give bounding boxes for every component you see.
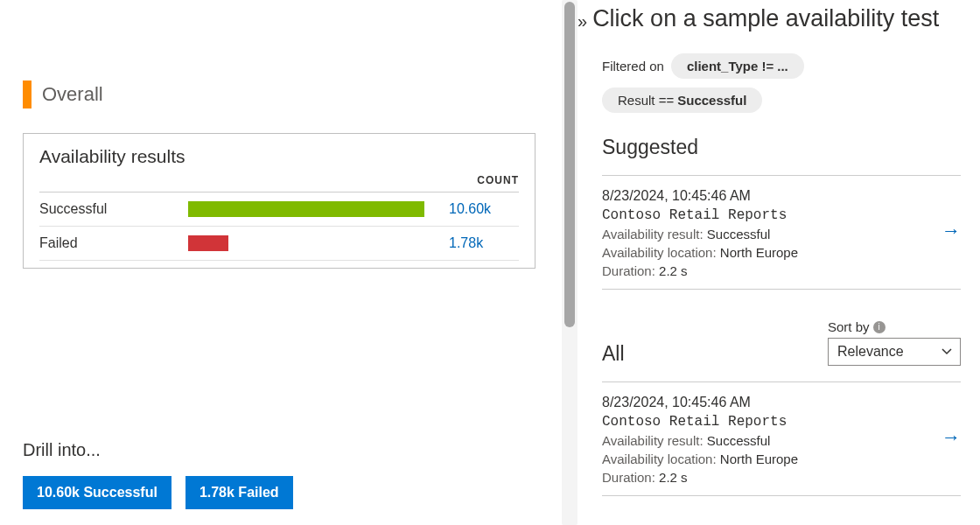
count-column-header: COUNT <box>39 171 519 192</box>
sort-by-value: Relevance <box>837 344 904 359</box>
kv-label: Availability result: <box>602 433 704 448</box>
kv-label: Duration: <box>602 263 655 278</box>
sample-timestamp: 8/23/2024, 10:45:46 AM <box>602 188 961 204</box>
sample-item[interactable]: 8/23/2024, 10:45:46 AM Contoso Retail Re… <box>602 175 961 290</box>
card-title: Availability results <box>39 146 519 167</box>
sample-test-name: Contoso Retail Reports <box>602 207 961 223</box>
row-label: Failed <box>39 235 188 251</box>
filter-pill-text: client_Type != <box>687 59 774 74</box>
filter-pill-client-type[interactable]: client_Type != ... <box>671 53 804 79</box>
sort-by-select[interactable]: Relevance <box>828 338 961 366</box>
sort-by-label: Sort by i <box>828 319 886 334</box>
row-label: Successful <box>39 201 188 217</box>
result-row-successful[interactable]: Successful 10.60k <box>39 192 519 227</box>
bar-failed <box>188 235 228 251</box>
overall-header: Overall <box>23 80 569 108</box>
sample-timestamp: 8/23/2024, 10:45:46 AM <box>602 395 961 410</box>
overall-label: Overall <box>42 83 103 106</box>
row-count[interactable]: 10.60k <box>435 201 519 217</box>
filter-row: Result == Successful <box>602 88 961 113</box>
kv-label: Availability result: <box>602 227 704 242</box>
arrow-right-icon[interactable]: → <box>942 220 961 242</box>
drill-title: Drill into... <box>23 440 293 460</box>
all-section-header: All Sort by i Relevance <box>602 319 961 366</box>
filter-pill-text: Successful <box>677 93 746 108</box>
accent-bar <box>23 80 32 108</box>
kv-value: 2.2 s <box>659 263 688 278</box>
bar-successful <box>188 201 424 217</box>
kv-value: Successful <box>707 227 771 242</box>
all-heading: All <box>602 342 625 366</box>
right-panel-title: Click on a sample availability test <box>592 5 939 32</box>
filter-pill-result[interactable]: Result == Successful <box>602 88 762 113</box>
filter-pill-text: Result == <box>618 93 674 108</box>
drill-successful-button[interactable]: 10.60k Successful <box>23 476 172 509</box>
expand-chevrons-icon[interactable]: » <box>578 11 587 32</box>
kv-value: 2.2 s <box>659 470 688 485</box>
kv-value: North Europe <box>720 452 798 466</box>
result-row-failed[interactable]: Failed 1.78k <box>39 227 519 261</box>
kv-label: Availability location: <box>602 452 717 466</box>
chevron-down-icon <box>941 346 953 361</box>
suggested-heading: Suggested <box>602 136 961 159</box>
scrollbar-thumb[interactable] <box>564 2 575 327</box>
arrow-right-icon[interactable]: → <box>942 426 961 449</box>
availability-results-card: Availability results COUNT Successful 10… <box>23 133 536 269</box>
overview-panel: ▲ Overall Availability results COUNT Suc… <box>0 0 578 525</box>
sample-test-name: Contoso Retail Reports <box>602 414 961 430</box>
filtered-on-label: Filtered on <box>602 59 664 74</box>
scrollbar-track[interactable]: ▲ <box>562 0 578 525</box>
kv-label: Duration: <box>602 470 655 485</box>
samples-panel: » Click on a sample availability test Fi… <box>578 0 980 525</box>
kv-label: Availability location: <box>602 245 717 260</box>
sample-item[interactable]: 8/23/2024, 10:45:46 AM Contoso Retail Re… <box>602 382 961 496</box>
row-count[interactable]: 1.78k <box>435 235 519 251</box>
drill-into-section: Drill into... 10.60k Successful 1.78k Fa… <box>23 440 293 509</box>
filter-row: Filtered on client_Type != ... <box>602 53 961 79</box>
kv-value: Successful <box>707 433 771 448</box>
filter-pill-text: ... <box>777 59 788 74</box>
kv-value: North Europe <box>720 245 798 260</box>
drill-failed-button[interactable]: 1.78k Failed <box>186 476 293 509</box>
info-icon[interactable]: i <box>873 321 886 333</box>
